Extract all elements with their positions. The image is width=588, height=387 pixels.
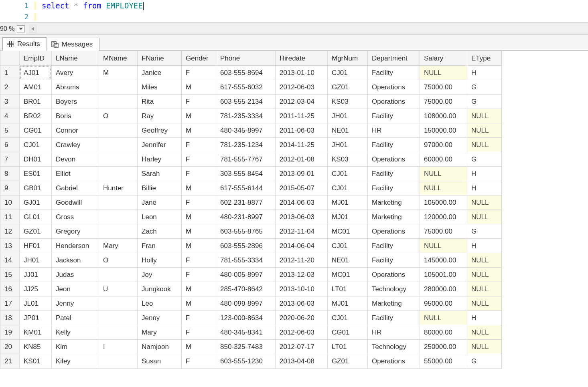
cell-hiredate[interactable]: 2020-06-20 xyxy=(276,311,328,325)
table-row[interactable]: 20KN85KimINamjoonM850-325-74832012-07-17… xyxy=(0,340,502,354)
cell-empid[interactable]: BR01 xyxy=(20,95,52,109)
cell-gender[interactable]: F xyxy=(182,66,216,80)
cell-fname[interactable]: Miles xyxy=(138,80,182,95)
cell-gender[interactable]: F xyxy=(182,325,216,340)
cell-phone[interactable]: 480-345-8997 xyxy=(216,123,276,138)
cell-mgrnum[interactable]: CJ01 xyxy=(328,311,368,325)
cell-phone[interactable]: 617-555-6032 xyxy=(216,80,276,95)
cell-hiredate[interactable]: 2013-06-03 xyxy=(276,210,328,224)
cell-salary[interactable]: 105000.00 xyxy=(420,196,467,210)
column-header-mname[interactable]: MName xyxy=(99,51,138,66)
column-header-hiredate[interactable]: Hiredate xyxy=(276,51,328,66)
cell-gender[interactable]: F xyxy=(182,95,216,109)
cell-empid[interactable]: JP01 xyxy=(20,311,52,325)
cell-salary[interactable]: 108000.00 xyxy=(420,109,467,123)
table-row[interactable]: 14JH01JacksonOHollyF781-555-33342012-11-… xyxy=(0,253,502,268)
cell-etype[interactable]: G xyxy=(467,354,502,369)
column-header-empid[interactable]: EmpID xyxy=(20,51,52,66)
cell-phone[interactable]: 603-555-1230 xyxy=(216,354,276,369)
cell-lname[interactable]: Jenny xyxy=(52,296,99,311)
row-number[interactable]: 16 xyxy=(0,282,20,296)
cell-fname[interactable]: Holly xyxy=(138,253,182,268)
cell-phone[interactable]: 603-555-2896 xyxy=(216,239,276,253)
cell-hiredate[interactable]: 2013-09-01 xyxy=(276,167,328,181)
cell-gender[interactable]: F xyxy=(182,354,216,369)
cell-mname[interactable]: I xyxy=(99,340,138,354)
cell-department[interactable]: Technology xyxy=(368,340,420,354)
results-grid[interactable]: EmpIDLNameMNameFNameGenderPhoneHiredateM… xyxy=(0,51,502,369)
cell-mname[interactable]: Mary xyxy=(99,239,138,253)
row-number[interactable]: 12 xyxy=(0,224,20,239)
cell-phone[interactable]: 781-235-1234 xyxy=(216,138,276,152)
cell-phone[interactable]: 603-555-2134 xyxy=(216,95,276,109)
cell-mgrnum[interactable]: MJ01 xyxy=(328,210,368,224)
cell-fname[interactable]: Namjoon xyxy=(138,340,182,354)
cell-fname[interactable]: Leo xyxy=(138,296,182,311)
code-text[interactable]: select * from EMPLOYEE xyxy=(36,1,144,10)
cell-department[interactable]: HR xyxy=(368,325,420,340)
cell-salary[interactable]: 75000.00 xyxy=(420,224,467,239)
cell-etype[interactable]: H xyxy=(467,181,502,196)
cell-phone[interactable]: 850-325-7483 xyxy=(216,340,276,354)
cell-empid[interactable]: DH01 xyxy=(20,152,52,167)
cell-phone[interactable]: 480-345-8341 xyxy=(216,325,276,340)
cell-mgrnum[interactable]: LT01 xyxy=(328,282,368,296)
cell-salary[interactable]: 75000.00 xyxy=(420,95,467,109)
cell-lname[interactable]: Kelly xyxy=(52,325,99,340)
cell-phone[interactable]: 781-555-7767 xyxy=(216,152,276,167)
cell-mname[interactable]: Hunter xyxy=(99,181,138,196)
table-row[interactable]: 4BR02BorisORayM781-235-33342011-11-25JH0… xyxy=(0,109,502,123)
row-number[interactable]: 19 xyxy=(0,325,20,340)
table-row[interactable]: 11GL01GrossLeonM480-231-89972013-06-03MJ… xyxy=(0,210,502,224)
cell-department[interactable]: Technology xyxy=(368,282,420,296)
cell-fname[interactable]: Joy xyxy=(138,268,182,282)
cell-etype[interactable]: G xyxy=(467,80,502,95)
cell-department[interactable]: Operations xyxy=(368,152,420,167)
row-number[interactable]: 8 xyxy=(0,167,20,181)
cell-etype[interactable]: NULL xyxy=(467,325,502,340)
cell-gender[interactable]: M xyxy=(182,282,216,296)
table-row[interactable]: 19KM01KellyMaryF480-345-83412012-06-03CG… xyxy=(0,325,502,340)
cell-lname[interactable]: Gregory xyxy=(52,224,99,239)
cell-hiredate[interactable]: 2013-10-10 xyxy=(276,282,328,296)
cell-empid[interactable]: KM01 xyxy=(20,325,52,340)
table-row[interactable]: 10GJ01GoodwillJaneF602-231-88772014-06-0… xyxy=(0,196,502,210)
cell-lname[interactable]: Gabriel xyxy=(52,181,99,196)
cell-mname[interactable] xyxy=(99,138,138,152)
cell-mname[interactable] xyxy=(99,354,138,369)
cell-empid[interactable]: GZ01 xyxy=(20,224,52,239)
cell-etype[interactable]: G xyxy=(467,224,502,239)
table-row[interactable]: 16JJ25JeonUJungkookM285-470-86422013-10-… xyxy=(0,282,502,296)
tab-messages[interactable]: Messages xyxy=(47,38,99,51)
cell-empid[interactable]: CJ01 xyxy=(20,138,52,152)
cell-mname[interactable]: M xyxy=(99,66,138,80)
table-row[interactable]: 6CJ01CrawleyJenniferF781-235-12342014-11… xyxy=(0,138,502,152)
row-number[interactable]: 5 xyxy=(0,123,20,138)
cell-salary[interactable]: 120000.00 xyxy=(420,210,467,224)
column-header-mgrnum[interactable]: MgrNum xyxy=(328,51,368,66)
cell-gender[interactable]: M xyxy=(182,224,216,239)
cell-department[interactable]: Facility xyxy=(368,66,420,80)
row-number[interactable]: 9 xyxy=(0,181,20,196)
cell-gender[interactable]: F xyxy=(182,253,216,268)
row-number[interactable]: 6 xyxy=(0,138,20,152)
column-header-department[interactable]: Department xyxy=(368,51,420,66)
cell-gender[interactable]: M xyxy=(182,210,216,224)
cell-etype[interactable]: H xyxy=(467,311,502,325)
row-number[interactable]: 18 xyxy=(0,311,20,325)
column-header-salary[interactable]: Salary xyxy=(420,51,467,66)
table-row[interactable]: 7DH01DevonHarleyF781-555-77672012-01-08K… xyxy=(0,152,502,167)
cell-salary[interactable]: NULL xyxy=(420,181,467,196)
cell-lname[interactable]: Devon xyxy=(52,152,99,167)
cell-mname[interactable] xyxy=(99,268,138,282)
sql-editor[interactable]: 1select * from EMPLOYEE2 xyxy=(0,0,588,23)
cell-mgrnum[interactable]: MJ01 xyxy=(328,196,368,210)
cell-mname[interactable] xyxy=(99,123,138,138)
cell-etype[interactable]: NULL xyxy=(467,296,502,311)
cell-etype[interactable]: NULL xyxy=(467,138,502,152)
cell-etype[interactable]: NULL xyxy=(467,123,502,138)
cell-salary[interactable]: 105001.00 xyxy=(420,268,467,282)
cell-department[interactable]: Facility xyxy=(368,138,420,152)
cell-lname[interactable]: Boyers xyxy=(52,95,99,109)
cell-mname[interactable]: O xyxy=(99,253,138,268)
